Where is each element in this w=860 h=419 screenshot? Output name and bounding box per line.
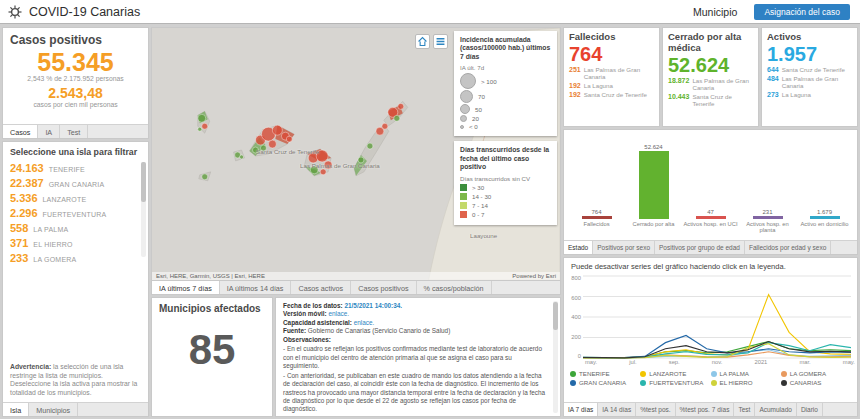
legend-dot (640, 371, 646, 377)
bar-3[interactable]: 47Activos hosp. en UCI (682, 134, 739, 238)
island-item-lanzarote[interactable]: 5.336LANZAROTE (3, 190, 148, 205)
affected-municipalities-panel: Municipios afectados 85 (151, 297, 273, 417)
bar-rect[interactable] (810, 216, 840, 219)
tab-ia-7[interactable]: IA 7 días (564, 403, 598, 416)
circle-symbol (460, 73, 476, 89)
island-item-gran-canaria[interactable]: 22.387GRAN CANARIA (3, 175, 148, 190)
x-axis-labels: may.jul.sep.nov.2021mar.may. (583, 359, 857, 367)
tab-ia-14[interactable]: IA 14 días (598, 403, 636, 416)
bar-value-label: 1.679 (817, 209, 832, 215)
tab-casos-positivos[interactable]: Casos positivos (351, 281, 416, 294)
tab-fallecidos-edad-sexo[interactable]: Fallecidos por edad y sexo (745, 241, 831, 254)
bar-2[interactable]: 52.624Cerrado por alta (625, 134, 682, 238)
positive-cases-rate: 2.543,48 (3, 85, 148, 101)
legend-la-gomera[interactable]: LA GOMERA (781, 370, 851, 377)
days-legend-items: > 3014 - 307 - 140 - 7 (460, 184, 551, 218)
circle-symbol (460, 125, 464, 129)
legend-fuerteventura[interactable]: FUERTEVENTURA (640, 379, 710, 386)
active-cases-total: 1.957 (762, 44, 857, 65)
bar-category-label: Activos hosp. en UCI (683, 221, 737, 238)
mobile-version-link[interactable]: enlace. (328, 310, 349, 317)
bar-value-label: 47 (707, 209, 714, 215)
powered-by-esri: Powered by Esri (512, 273, 556, 279)
legend-canarias[interactable]: CANARIAS (781, 379, 851, 386)
legend-lanzarote[interactable]: LANZAROTE (640, 370, 710, 377)
incidence-legend-subtitle: IA últ. 7d (460, 64, 551, 71)
map-label-santa-cruz: Santa Cruz de Tenerife (256, 148, 319, 155)
tab-test[interactable]: Test (60, 125, 88, 138)
tab-casos-activos[interactable]: Casos activos (291, 281, 351, 294)
tab-estado[interactable]: Estado (564, 241, 593, 254)
tab-isla[interactable]: Isla (3, 403, 29, 416)
tab-positivos-sexo[interactable]: Positivos por sexo (593, 241, 655, 254)
legend-dot (781, 371, 787, 377)
days-legend-item: 0 - 7 (460, 211, 551, 218)
map-panel[interactable]: Santa Cruz de Tenerife Las Palmas de Gra… (151, 27, 561, 281)
deaths-total: 764 (564, 44, 659, 65)
positive-cases-title: Casos positivos (3, 28, 148, 49)
tab-test-pos-7[interactable]: %test pos. 7 días (676, 403, 735, 416)
legend-dot (711, 371, 717, 377)
days-legend-title: Días transcurridos desde la fecha del úl… (460, 146, 551, 171)
legend-la-palma[interactable]: LA PALMA (711, 370, 781, 377)
incidence-legend-card: Incidencia acumulada (casos/100000 hab.)… (454, 31, 557, 136)
incidence-line-chart-panel: Puede desactivar series del gráfico haci… (563, 257, 858, 417)
tab-casos-poblacion[interactable]: % casos/población (417, 281, 492, 294)
island-filter-title: Seleccione una isla para filtrar (3, 142, 148, 160)
deaths-card-title: Fallecidos (564, 28, 659, 44)
legend-gran-canaria[interactable]: GRAN CANARIA (570, 379, 640, 386)
tab-casos[interactable]: Casos (3, 125, 38, 138)
active-breakdown-row: 484Las Palmas de Gran Canaria (762, 74, 857, 90)
closed-cases-title: Cerrado por alta médica (663, 28, 758, 55)
island-tabstrip: Isla Municipios (3, 402, 148, 416)
tab-ia-7-dias[interactable]: IA últimos 7 días (152, 281, 220, 294)
island-list-scrollbar[interactable] (141, 162, 146, 257)
bar-rect[interactable] (753, 216, 783, 219)
capacity-link[interactable]: enlace. (354, 319, 375, 326)
tab-test[interactable]: Test (734, 403, 755, 416)
bar-1[interactable]: 764Fallecidos (568, 134, 625, 238)
affected-municipalities-value: 85 (152, 326, 272, 374)
bar-rect[interactable] (696, 216, 726, 219)
tab-acumulado[interactable]: Acumulado (755, 403, 797, 416)
deaths-breakdown-row: 192Santa Cruz de Tenerife (564, 90, 659, 99)
incidence-legend-item: 20 (460, 115, 551, 122)
notes-scrollbar[interactable] (553, 301, 558, 413)
municipio-label: Municipio (693, 6, 737, 18)
island-item-fuerteventura[interactable]: 2.296FUERTEVENTURA (3, 205, 148, 220)
map-home-button[interactable] (415, 34, 430, 49)
tab-test-pos[interactable]: %test pos. (636, 403, 675, 416)
incidence-tabstrip: IA 7 días IA 14 días %test pos. %test po… (564, 402, 857, 416)
bar-category-label: Fallecidos (583, 221, 609, 238)
incidence-line-chart (583, 275, 851, 359)
tab-municipios[interactable]: Municipios (29, 403, 78, 416)
observation-item: - En el cómputo de casos cerrados se inc… (283, 415, 548, 417)
days-legend-item: 7 - 14 (460, 202, 551, 209)
bar-category-label: Cerrado por alta (633, 221, 675, 238)
bar-rect[interactable] (582, 216, 612, 219)
observations-label: Observaciones: (283, 336, 548, 344)
days-legend-item: > 30 (460, 184, 551, 191)
legend-el-hierro[interactable]: EL HIERRO (711, 379, 781, 386)
circle-symbol (460, 90, 473, 103)
map-legend-button[interactable] (433, 34, 448, 49)
deaths-breakdown-row: 251Las Palmas de Gran Canaria (564, 65, 659, 81)
island-item-el-hierro[interactable]: 371EL HIERRO (3, 235, 148, 250)
affected-municipalities-title: Municipios afectados (152, 298, 272, 316)
tab-diario[interactable]: Diario (797, 403, 823, 416)
bar-rect[interactable] (639, 151, 669, 219)
island-item-la-palma[interactable]: 558LA PALMA (3, 220, 148, 235)
tab-ia[interactable]: IA (38, 125, 60, 138)
tab-positivos-edad[interactable]: Positivos por grupo de edad (655, 241, 745, 254)
series-line-canarias (583, 342, 851, 358)
island-filter-warning: Advertencia: la selección de una isla re… (3, 360, 148, 402)
bar-category-label: Activos hosp. en planta (739, 221, 796, 238)
map-controls (415, 34, 448, 49)
legend-tenerife[interactable]: TENERIFE (570, 370, 640, 377)
tab-ia-14-dias[interactable]: IA últimos 14 días (220, 281, 292, 294)
assign-case-button[interactable]: Asignación del caso (754, 4, 850, 20)
island-item-la-gomera[interactable]: 233LA GOMERA (3, 250, 148, 265)
bar-5[interactable]: 1.679Activo en domicilio (796, 134, 853, 238)
bar-4[interactable]: 231Activos hosp. en planta (739, 134, 796, 238)
island-item-tenerife[interactable]: 24.163TENERIFE (3, 160, 148, 175)
